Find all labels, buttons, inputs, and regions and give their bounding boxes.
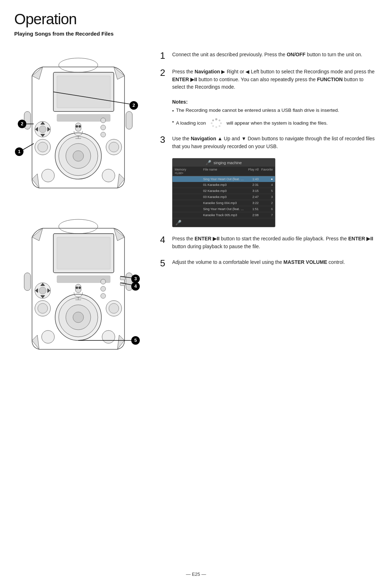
svg-point-26 [76, 126, 78, 127]
col-name: File name [203, 168, 244, 175]
note-1-bullet: • [172, 108, 174, 115]
svg-point-64 [42, 330, 54, 343]
selected-row-fav: ● [259, 177, 273, 181]
svg-marker-33 [117, 174, 125, 188]
step-2-bold-3: FUNCTION [317, 77, 343, 82]
row1-fav: 4 [259, 183, 273, 187]
step-4-bold-1: ENTER ▶II [195, 236, 219, 241]
svg-point-61 [38, 303, 48, 313]
svg-point-59 [73, 312, 84, 323]
svg-point-18 [38, 142, 48, 152]
svg-point-69 [76, 287, 78, 289]
notes-title: Notes: [172, 99, 378, 105]
svg-point-11 [101, 125, 106, 130]
row1-name: 01 Karaoke.mp3 [203, 183, 244, 187]
screen-header-text: singing machine [213, 161, 242, 165]
screen-footer-mic: 🎤 [175, 220, 181, 225]
screen-footer: 🎤 [173, 218, 275, 227]
svg-point-88 [215, 118, 217, 120]
col-memory: Memory<List> [175, 168, 203, 175]
row3-name: 03 Karaoke.mp3 [203, 195, 244, 199]
step-3-content: Use the Navigation ▲ Up and ▼ Down butto… [172, 135, 378, 150]
notes-section: Notes: • The Recording mode cannot be en… [172, 99, 378, 129]
device-bottom: 3 4 5 [14, 209, 142, 363]
svg-point-21 [42, 169, 54, 182]
loading-icon: Loading [210, 118, 223, 129]
row3-fav: 3 [259, 195, 273, 199]
note-1-text: The Recording mode cannot be entered unl… [176, 107, 339, 114]
row5-name: Sing Your Heart Out (feat. Female)(014).… [203, 207, 244, 211]
step-1-bold-1: ON/OFF [287, 52, 306, 57]
note-1: • The Recording mode cannot be entered u… [172, 107, 378, 115]
loading-dots-svg: Loading [210, 118, 223, 129]
screen-mic-icon: 🎤 [206, 160, 211, 165]
svg-point-12 [101, 132, 106, 137]
row6-fav: 7 [259, 213, 273, 217]
row2-name: 02 Karaoke.mp3 [203, 189, 244, 193]
selected-row-name: Sing Your Heart Out (feat. Female)(013).… [203, 177, 244, 181]
svg-point-91 [218, 125, 220, 127]
screen-ui: 🎤 singing machine Memory<List> File name… [172, 158, 275, 227]
left-column: 1 2 2 [14, 47, 149, 363]
svg-point-10 [101, 118, 106, 123]
note-2-bullet: • [172, 119, 174, 126]
step-2-bold-1: Navigation [195, 69, 220, 74]
svg-rect-72 [126, 273, 132, 291]
svg-rect-71 [24, 273, 31, 291]
step-5-bold-1: MASTER VOLUME [284, 259, 327, 265]
svg-text:1: 1 [18, 149, 20, 154]
page-container: Operation Playing Songs from the Recorde… [0, 0, 392, 584]
svg-point-95 [212, 119, 214, 121]
row6-name: Karaoke Track 005.mp3 [203, 213, 244, 217]
device-top: 1 2 2 [14, 47, 142, 202]
svg-point-22 [102, 169, 115, 182]
screen-header: 🎤 singing machine [173, 158, 275, 167]
svg-point-53 [101, 279, 106, 284]
note-2: • A loading icon [172, 118, 378, 129]
step-3-number: 3 [160, 135, 168, 144]
step-2-content: Press the Navigation ▶ Right or ◀ Left b… [172, 68, 378, 91]
svg-point-0 [59, 58, 98, 72]
svg-point-5 [39, 126, 46, 133]
screen-row-4: Karaoke Song 004.mp3 3:22 2 [173, 200, 275, 206]
svg-point-93 [212, 125, 214, 127]
svg-marker-75 [32, 335, 39, 349]
svg-point-92 [215, 126, 217, 128]
row2-fav: 5 [259, 189, 273, 193]
svg-point-48 [39, 287, 46, 294]
svg-point-20 [109, 142, 119, 152]
screen-column-headers: Memory<List> File name Play All Favorite [173, 167, 275, 176]
svg-point-89 [218, 119, 220, 121]
col-favorite: Favorite [259, 168, 273, 175]
step-2: 2 Press the Navigation ▶ Right or ◀ Left… [160, 68, 378, 91]
svg-text:3: 3 [134, 276, 137, 281]
svg-point-55 [101, 293, 106, 298]
svg-text:4: 4 [134, 283, 137, 289]
screen-row-1: 01 Karaoke.mp3 2:31 4 [173, 182, 275, 188]
page-subtitle: Playing Songs from the Recorded Files [14, 31, 378, 37]
svg-point-65 [102, 330, 115, 343]
svg-rect-2 [57, 76, 110, 108]
row4-fav: 2 [259, 201, 273, 205]
svg-point-70 [79, 287, 81, 289]
main-content: 1 2 2 [14, 47, 378, 363]
page-title: Operation [14, 11, 378, 28]
svg-rect-45 [57, 237, 110, 269]
svg-text:5: 5 [134, 338, 137, 343]
svg-rect-29 [126, 111, 132, 129]
screen-row-3: 03 Karaoke.mp3 2:47 3 [173, 194, 275, 200]
page-footer: — E25 — [0, 572, 392, 577]
step-1-number: 1 [160, 51, 168, 60]
row5-fav: 6 [259, 207, 273, 211]
step-4-bold-2: ENTER ▶II [348, 236, 373, 241]
svg-marker-32 [32, 174, 39, 188]
svg-point-54 [101, 286, 106, 291]
step-1: 1 Connect the unit as described previous… [160, 51, 378, 60]
screen-row-6: Karaoke Track 005.mp3 2:08 7 [173, 212, 275, 218]
col-play: Play All [244, 168, 259, 175]
screen-row-5: Sing Your Heart Out (feat. Female)(014).… [173, 206, 275, 212]
row4-name: Karaoke Song 004.mp3 [203, 201, 244, 205]
row6-play: 2:08 [244, 213, 259, 217]
step-5: 5 Adjust the volume to a comfortable lev… [160, 259, 378, 268]
svg-text:2: 2 [132, 103, 135, 108]
